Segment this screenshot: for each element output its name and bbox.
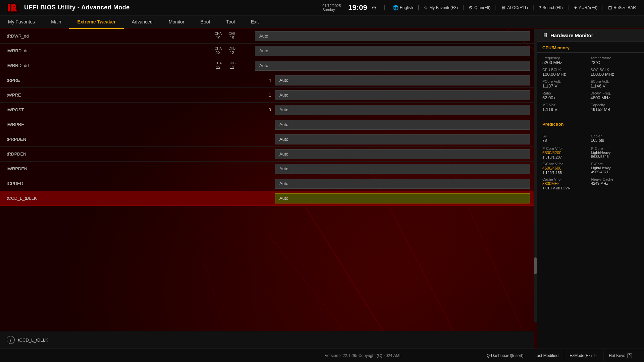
hw-capacity: Capacity 49152 MB — [591, 102, 639, 113]
datetime: 01/12/2025Sunday — [322, 4, 341, 12]
navigation-bar: My Favorites Main Extreme Tweaker Advanc… — [0, 15, 644, 29]
footer-version: Version 2.22.1295 Copyright (C) 2024 AMI — [244, 353, 481, 358]
info-icon: i — [7, 336, 15, 344]
hw-frequency: Frequency 5200 MHz — [542, 55, 591, 66]
prediction-section-title: Prediction — [537, 118, 644, 129]
nav-extreme-tweaker[interactable]: Extreme Tweaker — [69, 15, 123, 29]
rog-logo — [5, 2, 20, 14]
hw-pcore-volt: PCore Volt. 1.137 V — [542, 78, 591, 90]
nav-advanced[interactable]: Advanced — [124, 15, 161, 29]
settings-table: tRDWR_dd CHA 19 CHB 19 Auto tWRRD_dr — [0, 29, 537, 206]
table-row[interactable]: tRDPDEN Auto — [0, 147, 537, 162]
table-row[interactable]: tWPRE 1 Auto — [0, 88, 537, 103]
nav-my-favorites[interactable]: My Favorites — [0, 15, 43, 29]
hw-temperature: Temperature 23°C — [591, 55, 639, 66]
setting-value[interactable]: Auto — [275, 90, 530, 100]
hot-keys-label: Hot Keys — [609, 353, 625, 358]
setting-value[interactable]: Auto — [255, 61, 530, 71]
toolbar-my-favorite[interactable]: ☆ My Favorite(F3) — [421, 4, 461, 12]
prediction-cache: Cache V for 3800MHz 1.010 V @ DLVR Heavy… — [542, 177, 639, 190]
table-row[interactable]: tWRPDEN Auto — [0, 162, 537, 176]
footer-last-modified[interactable]: Last Modified — [529, 349, 564, 362]
pred-cache-v: Cache V for 3800MHz 1.010 V @ DLVR — [542, 177, 590, 190]
pred-cooler: Cooler 165 pts — [591, 133, 639, 144]
scrollbar-track[interactable] — [534, 29, 537, 322]
content-area: tRDWR_dd CHA 19 CHB 19 Auto tWRRD_dr — [0, 29, 537, 349]
cpu-memory-section-title: CPU/Memory — [537, 42, 644, 53]
hw-ecore-volt: ECore Volt. 1.146 V — [591, 78, 639, 90]
setting-name: tWRPRE — [7, 122, 215, 127]
setting-name: tWRRD_dr — [7, 48, 215, 53]
setting-name: tCPDED — [7, 181, 215, 186]
hw-monitor-title: Hardware Monitor — [550, 33, 593, 38]
nav-tool[interactable]: Tool — [218, 15, 243, 29]
nav-main[interactable]: Main — [43, 15, 69, 29]
toolbar-resizebar[interactable]: ⊟ ReSize BAR — [605, 4, 639, 12]
footer-q-dashboard[interactable]: Q-Dashboard(Insert) — [481, 349, 529, 362]
hw-monitor-icon: 🖥 — [542, 32, 548, 38]
toolbar-language[interactable]: 🌐 English — [390, 4, 416, 12]
table-row[interactable]: tRPRE 4 Auto — [0, 73, 537, 88]
setting-value[interactable]: Auto — [275, 120, 530, 130]
setting-value[interactable]: Auto — [255, 46, 530, 56]
setting-value[interactable]: Auto — [275, 134, 530, 144]
pred-heavy-cache: Heavy Cache 4249 MHz — [591, 177, 639, 190]
page-title: UEFI BIOS Utility - Advanced Mode — [24, 4, 318, 11]
info-text: tCCD_L_tDLLK — [18, 338, 48, 343]
hw-mc-volt: MC Volt. 1.119 V — [542, 102, 591, 113]
table-row[interactable]: tCPDED Auto — [0, 176, 537, 191]
toolbar-qfan[interactable]: ⚙ Qfan(F6) — [466, 4, 493, 12]
info-section: i tCCD_L_tDLLK — [0, 331, 534, 349]
table-row[interactable]: tWPOST 0 Auto — [0, 103, 537, 117]
setting-name: tWPRE — [7, 93, 215, 98]
pred-pcore-lh: P-Core Light/Heavy 5633/5345 — [591, 146, 639, 159]
table-row-selected[interactable]: tCCD_L_tDLLK Auto — [0, 191, 537, 206]
hw-monitor-header: 🖥 Hardware Monitor — [537, 29, 644, 42]
hw-cpu-bclk: CPU BCLK 100.00 MHz — [542, 66, 591, 78]
pred-ecore-lh: E-Core Light/Heavy 4965/4671 — [591, 162, 639, 175]
setting-current-value: 0 — [255, 107, 275, 112]
toolbar-search[interactable]: ? Search(F9) — [536, 4, 566, 12]
table-row[interactable]: tRDWR_dd CHA 19 CHB 19 Auto — [0, 29, 537, 44]
table-row[interactable]: tPRPDEN Auto — [0, 132, 537, 147]
setting-name: tRPRE — [7, 78, 215, 83]
setting-value[interactable]: Auto — [275, 179, 530, 189]
time-display: 19:09 — [348, 4, 367, 11]
globe-icon: 🌐 — [393, 5, 398, 10]
footer: Version 2.22.1295 Copyright (C) 2024 AMI… — [0, 349, 644, 362]
setting-value[interactable]: Auto — [275, 164, 530, 174]
setting-name: tPRPDEN — [7, 137, 215, 142]
channel-display: CHA 12 CHB 12 — [215, 47, 255, 55]
setting-value[interactable]: Auto — [275, 105, 530, 115]
setting-name: tRDWR_dd — [7, 34, 215, 39]
table-row[interactable]: tWRRD_dr CHA 12 CHB 12 Auto — [0, 44, 537, 58]
setting-value[interactable]: Auto — [275, 75, 530, 85]
table-row[interactable]: tWRPRE Auto — [0, 117, 537, 132]
hw-divider — [542, 117, 639, 117]
setting-value[interactable]: Auto — [255, 31, 530, 41]
fan-icon: ⚙ — [469, 5, 473, 10]
prediction-pcore: P-Core V for 5500/5200 1.313/1.207 P-Cor… — [542, 146, 639, 159]
nav-monitor[interactable]: Monitor — [161, 15, 193, 29]
footer-ezmode[interactable]: EzMode(F7) ⊢ — [564, 349, 603, 362]
hot-keys-help-icon: ? — [627, 353, 632, 358]
scrollbar-thumb[interactable] — [534, 257, 537, 274]
pred-ecore-v: E-Core V for 4600/4600 1.129/1.155 — [542, 162, 590, 175]
nav-exit[interactable]: Exit — [243, 15, 267, 29]
footer-hot-keys[interactable]: Hot Keys ? — [603, 349, 637, 362]
settings-gear-icon[interactable]: ⚙ — [371, 4, 377, 11]
table-row[interactable]: tWRRD_dd CHA 12 CHB 12 Auto — [0, 58, 537, 73]
toolbar-aura[interactable]: ✦ AURA(F4) — [571, 4, 600, 12]
toolbar-aioc[interactable]: 🖥 AI OC(F11) — [498, 4, 530, 12]
ezmode-arrow-icon: ⊢ — [594, 353, 598, 358]
setting-value[interactable]: Auto — [275, 149, 530, 159]
nav-boot[interactable]: Boot — [193, 15, 218, 29]
setting-current-value: 1 — [255, 93, 275, 98]
resize-icon: ⊟ — [608, 5, 612, 10]
setting-value[interactable]: Auto — [275, 193, 530, 203]
pred-sp: SP 78 — [542, 133, 590, 144]
header: UEFI BIOS Utility - Advanced Mode 01/12/… — [0, 0, 644, 15]
search-help-icon: ? — [539, 5, 541, 10]
main-layout: tRDWR_dd CHA 19 CHB 19 Auto tWRRD_dr — [0, 29, 644, 349]
hw-ratio: Ratio 52.00x — [542, 90, 591, 102]
